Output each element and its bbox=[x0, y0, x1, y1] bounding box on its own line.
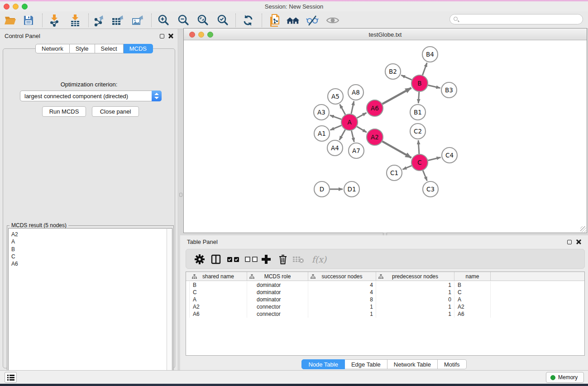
criterion-dropdown[interactable]: largest connected component (directed) bbox=[20, 91, 162, 101]
table-cell: 1 bbox=[376, 289, 454, 296]
network-graph[interactable]: B4B2BB3A8A5A6A3B1AC2A1A2A4A7C4CC1C3DD1 bbox=[184, 40, 587, 233]
titlebar: Session: New Session bbox=[0, 1, 588, 11]
table-row[interactable]: A6connector11A6 bbox=[186, 310, 584, 318]
close-panel-button[interactable]: Close panel bbox=[92, 106, 139, 117]
search-input[interactable] bbox=[461, 15, 578, 24]
search-field[interactable] bbox=[449, 14, 583, 24]
float-icon[interactable] bbox=[567, 240, 572, 244]
graph-node-label: C2 bbox=[414, 128, 422, 135]
hide-glasses-icon[interactable] bbox=[306, 14, 319, 27]
column-header-successor-nodes[interactable]: successor nodes bbox=[308, 272, 376, 281]
export-image-icon[interactable] bbox=[131, 14, 145, 27]
graph-edge-A-A6[interactable] bbox=[357, 113, 367, 118]
control-panel: Control Panel Network Style Select MCDS … bbox=[0, 29, 178, 370]
column-tree-icon bbox=[378, 274, 383, 279]
tab-edge-table[interactable]: Edge Table bbox=[345, 359, 387, 369]
fx-label: f(x) bbox=[312, 254, 327, 264]
graph-edge-C-C4[interactable] bbox=[428, 157, 440, 161]
delete-table-icon[interactable] bbox=[292, 253, 305, 265]
node-table-body: Bdominator41BCdominator41CAdominator80AA… bbox=[186, 281, 584, 318]
status-bar: Memory bbox=[0, 370, 588, 384]
tab-mcds[interactable]: MCDS bbox=[124, 44, 153, 53]
table-row[interactable]: Bdominator41B bbox=[186, 281, 584, 289]
result-item[interactable]: A bbox=[11, 238, 172, 245]
graph-edge-A6-B[interactable] bbox=[382, 88, 411, 104]
mcds-result-list[interactable]: A2ABCA6 bbox=[8, 228, 172, 380]
import-network-icon[interactable] bbox=[48, 14, 61, 27]
graph-edge-B-B2[interactable] bbox=[401, 75, 411, 80]
trash-icon[interactable] bbox=[277, 253, 289, 265]
result-item[interactable]: A6 bbox=[11, 260, 172, 267]
graph-edge-A-A8[interactable] bbox=[351, 101, 354, 114]
splitpane-handle[interactable] bbox=[179, 193, 182, 197]
run-mcds-button[interactable]: Run MCDS bbox=[42, 106, 86, 117]
column-header-name[interactable]: name bbox=[454, 272, 491, 281]
graph-edge-C-C3[interactable] bbox=[423, 171, 427, 181]
tab-network-table[interactable]: Network Table bbox=[387, 359, 438, 369]
column-header-predecessor-nodes[interactable]: predecessor nodes bbox=[376, 272, 454, 281]
zoom-fit-icon[interactable] bbox=[196, 14, 210, 27]
network-window-titlebar[interactable]: testGlobe.txt bbox=[184, 29, 587, 40]
result-item[interactable]: A2 bbox=[11, 231, 172, 238]
gear-icon[interactable] bbox=[193, 253, 206, 265]
column-header-mcds-role[interactable]: MCDS role bbox=[247, 272, 308, 281]
table-cell: B bbox=[454, 281, 491, 289]
table-row[interactable]: Cdominator41C bbox=[186, 289, 584, 296]
tab-style[interactable]: Style bbox=[70, 44, 95, 53]
graph-node-label: A bbox=[347, 119, 352, 126]
add-column-icon[interactable] bbox=[260, 253, 272, 265]
tab-motifs[interactable]: Motifs bbox=[438, 359, 467, 369]
result-item[interactable]: C bbox=[11, 253, 172, 260]
resize-grip-icon[interactable] bbox=[580, 226, 586, 232]
import-table-icon[interactable] bbox=[68, 14, 82, 27]
clone-network-icon[interactable] bbox=[268, 14, 282, 27]
graph-edge-A2-C[interactable] bbox=[382, 141, 411, 157]
graph-edge-B-B4[interactable] bbox=[422, 63, 427, 75]
result-item[interactable]: B bbox=[11, 246, 172, 253]
open-session-icon[interactable] bbox=[4, 14, 17, 27]
float-icon[interactable] bbox=[160, 34, 164, 38]
graph-edge-A-A7[interactable] bbox=[351, 130, 354, 142]
export-table-icon[interactable] bbox=[111, 14, 125, 27]
select-all-icon[interactable] bbox=[227, 253, 239, 265]
graph-edge-A-A3[interactable] bbox=[330, 115, 341, 119]
graph-edge-A-A4[interactable] bbox=[339, 130, 345, 140]
export-network-icon[interactable] bbox=[92, 14, 106, 27]
zoom-out-icon[interactable] bbox=[177, 14, 190, 27]
task-history-button[interactable] bbox=[5, 372, 17, 383]
graph-edge-B-B3[interactable] bbox=[428, 85, 440, 88]
graph-edge-A-A5[interactable] bbox=[340, 105, 345, 115]
graph-node-label: A2 bbox=[371, 133, 379, 141]
memory-button[interactable]: Memory bbox=[546, 372, 584, 383]
zoom-in-icon[interactable] bbox=[157, 14, 170, 27]
save-session-icon[interactable] bbox=[22, 14, 35, 27]
graph-edge-C-C2[interactable] bbox=[418, 140, 419, 154]
table-row[interactable]: Adominator80A bbox=[186, 296, 584, 303]
result-scrollbar[interactable] bbox=[167, 228, 172, 380]
columns-icon[interactable] bbox=[210, 253, 222, 265]
graph-edge-B-B1[interactable] bbox=[418, 92, 419, 103]
tab-network[interactable]: Network bbox=[35, 44, 70, 53]
tab-select[interactable]: Select bbox=[95, 44, 124, 53]
deselect-all-icon[interactable] bbox=[245, 253, 258, 265]
graph-node-label: D1 bbox=[348, 186, 356, 193]
table-panel: Table Panel bbox=[180, 235, 588, 370]
tab-node-table[interactable]: Node Table bbox=[301, 359, 345, 369]
refresh-icon[interactable] bbox=[241, 14, 255, 27]
table-row[interactable]: A2connector11A2 bbox=[186, 303, 584, 310]
table-cell: C bbox=[190, 289, 247, 296]
table-cell: 0 bbox=[376, 296, 454, 303]
network-canvas[interactable]: B4B2BB3A8A5A6A3B1AC2A1A2A4A7C4CC1C3DD1 bbox=[184, 40, 587, 233]
function-builder-icon[interactable]: f(x) bbox=[309, 253, 329, 265]
home-icon[interactable] bbox=[286, 14, 300, 27]
zoom-selected-icon[interactable] bbox=[216, 14, 229, 27]
graph-edge-C-C1[interactable] bbox=[403, 166, 412, 169]
close-icon[interactable] bbox=[168, 33, 173, 38]
graph-node-label: A1 bbox=[318, 130, 326, 137]
graph-edge-A-A2[interactable] bbox=[357, 127, 367, 133]
column-header-shared-name[interactable]: shared name bbox=[190, 272, 247, 281]
table-cell: 4 bbox=[308, 289, 376, 296]
eye-icon[interactable] bbox=[326, 14, 339, 27]
graph-edge-A-A1[interactable] bbox=[330, 125, 342, 130]
close-icon[interactable] bbox=[576, 239, 581, 244]
